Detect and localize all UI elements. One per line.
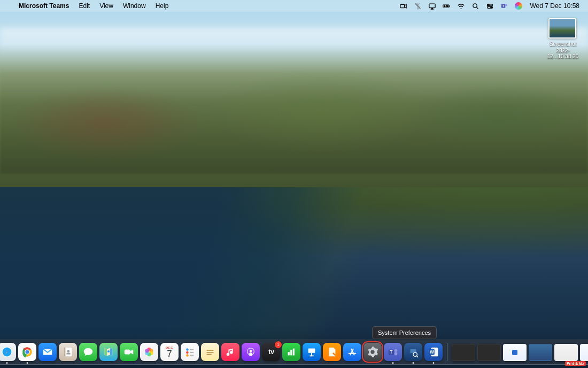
dock-teams[interactable]: T (384, 343, 402, 361)
dock-mail[interactable] (38, 343, 57, 361)
dock-pages[interactable] (323, 343, 341, 361)
menubar: Microsoft Teams Edit View Window Help T … (0, 0, 588, 12)
svg-point-31 (67, 350, 70, 352)
svg-point-39 (145, 349, 149, 352)
dock-notes[interactable] (201, 343, 219, 361)
dock-music[interactable] (221, 343, 239, 361)
search-icon[interactable] (468, 0, 483, 12)
svg-rect-48 (207, 354, 212, 355)
menu-window[interactable]: Window (118, 0, 151, 12)
dock-minimized-window[interactable] (580, 344, 588, 361)
dock-reminders[interactable] (181, 343, 199, 361)
dock-facetime[interactable] (120, 343, 138, 361)
dock-system-preferences[interactable] (363, 343, 382, 361)
menubar-clock[interactable]: Wed 7 Dec 10:58 (525, 0, 583, 12)
dock-chrome[interactable] (18, 343, 36, 361)
svg-rect-46 (207, 350, 214, 350)
wifi-icon[interactable] (454, 0, 468, 12)
svg-rect-52 (290, 350, 292, 355)
dock-keynote[interactable] (303, 343, 321, 361)
svg-point-32 (107, 350, 110, 352)
dock-contacts[interactable] (59, 343, 77, 361)
wallpaper (0, 0, 588, 368)
svg-point-41 (186, 351, 189, 354)
svg-text:T: T (390, 350, 392, 355)
svg-point-40 (186, 348, 189, 351)
dock-numbers[interactable] (282, 343, 300, 361)
dock-minimized-window[interactable] (529, 344, 552, 361)
screen-mirror-icon[interactable] (425, 0, 439, 12)
apple-menu[interactable] (4, 0, 14, 12)
dock-photos[interactable] (140, 343, 158, 361)
desktop-file-label: Screenshot 2022-12...10.38.20 (546, 41, 579, 60)
battery-charge-icon[interactable] (439, 0, 454, 12)
svg-point-11 (491, 6, 492, 8)
corner-badge: Prnt & Idx (565, 361, 586, 366)
dock-safari[interactable] (0, 343, 16, 361)
dock: DEC7tv1TW (0, 340, 588, 365)
svg-rect-2 (429, 4, 435, 8)
svg-point-6 (473, 3, 477, 7)
svg-text:T: T (502, 4, 505, 7)
svg-rect-51 (288, 352, 290, 355)
screenshot-thumbnail-icon (548, 18, 576, 39)
bluetooth-off-icon[interactable] (411, 0, 425, 12)
dock-minimized-window[interactable] (452, 344, 475, 361)
svg-point-42 (186, 354, 189, 357)
app-menu[interactable]: Microsoft Teams (14, 0, 74, 12)
dock-maps[interactable] (99, 343, 118, 361)
dock-minimized-window[interactable] (554, 344, 578, 361)
dock-messages[interactable] (79, 343, 97, 361)
siri-icon[interactable] (512, 0, 525, 12)
svg-rect-33 (125, 349, 130, 354)
dock-podcasts[interactable] (242, 343, 260, 361)
dock-preview[interactable] (404, 343, 422, 361)
svg-rect-47 (207, 352, 214, 352)
svg-rect-30 (64, 348, 66, 357)
dock-minimized-window[interactable] (477, 344, 501, 361)
svg-point-14 (506, 4, 508, 6)
svg-rect-0 (400, 4, 405, 7)
desktop-file-screenshot[interactable]: Screenshot 2022-12...10.38.20 (546, 18, 578, 62)
svg-point-62 (394, 349, 398, 352)
record-icon[interactable] (396, 0, 411, 12)
svg-point-49 (250, 350, 252, 352)
control-center-icon[interactable] (483, 0, 497, 12)
dock-word[interactable]: W (424, 343, 443, 361)
dock-separator (447, 343, 447, 361)
dock-tv[interactable]: tv1 (262, 343, 280, 361)
svg-line-67 (416, 356, 418, 357)
menu-help[interactable]: Help (151, 0, 174, 12)
dock-tooltip: System Preferences (372, 326, 437, 339)
svg-point-10 (488, 4, 490, 6)
svg-rect-53 (293, 349, 295, 356)
dock-app-store[interactable] (343, 343, 361, 361)
dock-minimized-window[interactable] (503, 344, 527, 361)
svg-text:W: W (430, 350, 434, 355)
badge: 1 (275, 341, 282, 348)
dock-calendar[interactable]: DEC7 (160, 343, 179, 361)
svg-rect-4 (450, 5, 450, 6)
teams-tray-icon[interactable]: T (497, 0, 512, 12)
svg-rect-63 (394, 352, 398, 355)
svg-rect-54 (308, 349, 315, 353)
menu-edit[interactable]: Edit (74, 0, 95, 12)
svg-line-7 (477, 7, 478, 9)
menu-view[interactable]: View (95, 0, 118, 12)
